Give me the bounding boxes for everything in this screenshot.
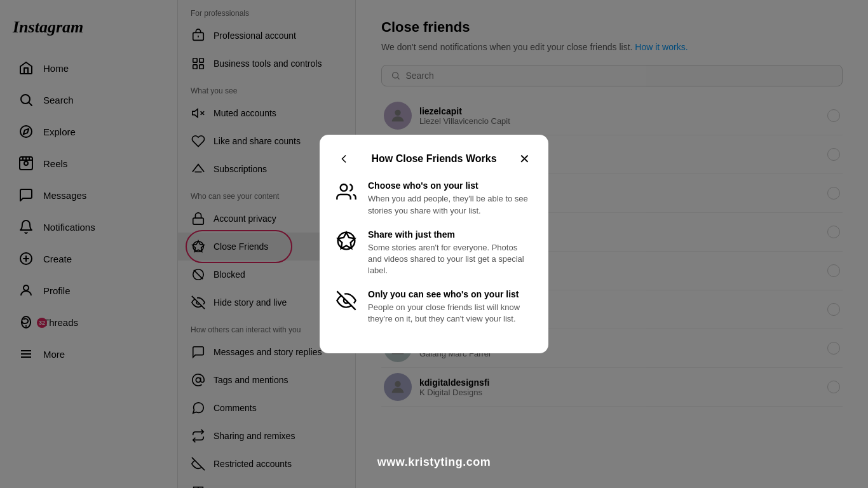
- modal-item-share-desc: Some stories aren't for everyone. Photos…: [368, 242, 533, 277]
- modal-item-private-desc: People on your close friends list will k…: [368, 302, 533, 325]
- modal-header: How Close Friends Works ✕: [335, 150, 533, 168]
- people-icon: [335, 180, 358, 203]
- modal-item-share-text: Share with just them Some stories aren't…: [368, 229, 533, 277]
- modal-overlay: How Close Friends Works ✕ Choose who's o…: [0, 0, 868, 488]
- modal-back-button[interactable]: [335, 150, 353, 168]
- modal-item-choose-heading: Choose who's on your list: [368, 180, 533, 191]
- modal-item-private-text: Only you can see who's on your list Peop…: [368, 289, 533, 325]
- modal-item-choose: Choose who's on your list When you add p…: [335, 180, 533, 216]
- modal-close-button[interactable]: ✕: [515, 150, 533, 168]
- how-close-friends-modal: How Close Friends Works ✕ Choose who's o…: [320, 135, 548, 353]
- star-icon: [335, 229, 358, 252]
- svg-point-47: [341, 184, 348, 191]
- modal-title: How Close Friends Works: [353, 153, 515, 165]
- modal-item-private: Only you can see who's on your list Peop…: [335, 289, 533, 325]
- modal-item-share-heading: Share with just them: [368, 229, 533, 240]
- modal-item-choose-desc: When you add people, they'll be able to …: [368, 193, 533, 216]
- eye-off-icon: [335, 289, 358, 312]
- modal-item-choose-text: Choose who's on your list When you add p…: [368, 180, 533, 216]
- modal-item-private-heading: Only you can see who's on your list: [368, 289, 533, 299]
- modal-item-share: Share with just them Some stories aren't…: [335, 229, 533, 277]
